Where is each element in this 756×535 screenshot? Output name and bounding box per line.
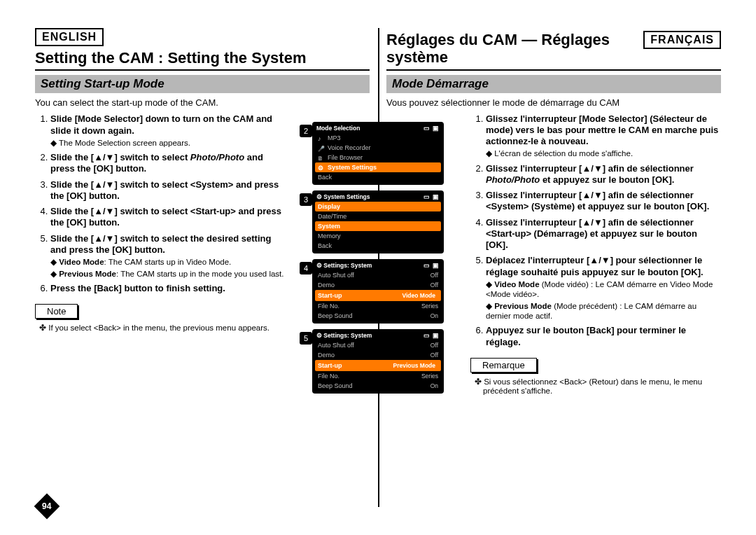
battery-icon: ▭ ▣ xyxy=(424,262,440,269)
step-text: Slide the [] switch to select Photo/Phot… xyxy=(50,152,263,174)
menu-row: Voice Recorder xyxy=(315,143,441,153)
menu-value: Video Mode xyxy=(399,291,438,300)
step-text: Slide [Mode Selector] down to turn on th… xyxy=(50,113,272,135)
menu-label: Date/Time xyxy=(318,213,346,220)
menu-label: Demo xyxy=(318,352,335,359)
screenshot-header: Mode Selection▭ ▣ xyxy=(315,125,441,133)
screenshot-number-badge: 5 xyxy=(300,332,312,345)
intro-right: Vous pouvez sélectionner le mode de déma… xyxy=(386,97,721,108)
mic-icon xyxy=(318,145,324,151)
menu-row: Beep SoundOn xyxy=(315,381,441,391)
screenshot-header: ⚙ Settings: System▭ ▣ xyxy=(315,332,441,340)
menu-label: Back xyxy=(318,242,332,249)
device-screenshot: 5⚙ Settings: System▭ ▣Auto Shut offOffDe… xyxy=(312,329,444,394)
arrow-icon xyxy=(94,206,114,216)
menu-row: Date/Time xyxy=(315,211,441,221)
menu-row: DemoOff xyxy=(315,350,441,360)
step-text: Glissez l'interrupteur [] afin de sélect… xyxy=(486,217,697,251)
step: Slide the [] switch to select the desire… xyxy=(50,233,286,279)
title-left: Setting the CAM : Setting the System xyxy=(35,49,370,67)
step-text: Glissez l'interrupteur [Mode Selector] (… xyxy=(486,113,718,147)
step: Glissez l'interrupteur [Mode Selector] (… xyxy=(486,113,721,159)
menu-label: System Settings xyxy=(328,164,377,171)
step: Glissez l'interrupteur [] afin de sélect… xyxy=(486,217,721,251)
device-screenshot: 2Mode Selection▭ ▣MP3Voice RecorderFile … xyxy=(312,122,444,185)
menu-row: Back xyxy=(315,241,441,251)
screenshot-title: Mode Selection xyxy=(316,125,360,132)
sub-note: Video Mode (Mode vidéo) : Le CAM démarre… xyxy=(486,280,713,298)
step-text: Appuyez sur le bouton [Back] pour termin… xyxy=(486,325,686,347)
arrow-icon xyxy=(94,179,114,190)
screenshot-number-badge: 3 xyxy=(300,193,312,206)
device-screenshot: 4⚙ Settings: System▭ ▣Auto Shut offOffDe… xyxy=(312,259,444,324)
menu-row: Start-upVideo Mode xyxy=(315,290,441,301)
menu-row: File No.Series xyxy=(315,371,441,381)
step-text: Slide the [] switch to select the desire… xyxy=(50,233,271,255)
screenshot-title: ⚙ Settings: System xyxy=(316,332,372,339)
section-bar-left: Setting Start-up Mode xyxy=(35,75,370,93)
page-number: 94 xyxy=(34,494,60,520)
device-screenshot: 3⚙ System Settings▭ ▣DisplayDate/TimeSys… xyxy=(312,190,444,253)
menu-label: File Browser xyxy=(328,154,363,161)
screenshot-title: ⚙ System Settings xyxy=(316,193,370,200)
sub-note: The Mode Selection screen appears. xyxy=(50,139,190,147)
menu-label: Back xyxy=(318,174,332,181)
sub-note: Previous Mode (Mode précédent) : Le CAM … xyxy=(486,302,696,320)
menu-row: MP3 xyxy=(315,133,441,143)
arrow-icon xyxy=(582,163,602,174)
menu-row: Auto Shut offOff xyxy=(315,270,441,280)
menu-label: System xyxy=(318,223,340,230)
menu-value: Off xyxy=(430,342,438,349)
step-text: Slide the [] switch to select <System> a… xyxy=(50,179,279,201)
arrow-icon xyxy=(582,217,602,228)
menu-row: Start-upPrevious Mode xyxy=(315,360,441,371)
menu-value: Previous Mode xyxy=(391,361,438,370)
menu-label: Auto Shut off xyxy=(318,342,354,349)
menu-value: On xyxy=(430,382,438,389)
language-tag-french: FRANÇAIS xyxy=(643,31,721,49)
note-box: Remarque xyxy=(470,358,537,373)
gear-icon xyxy=(318,165,324,171)
menu-row: Back xyxy=(315,172,441,182)
steps-right: Glissez l'interrupteur [Mode Selector] (… xyxy=(470,113,721,348)
step: Déplacez l'interrupteur [] pour sélectio… xyxy=(486,255,721,321)
note-text: Si vous sélectionnez <Back> (Retour) dan… xyxy=(483,377,721,395)
battery-icon: ▭ ▣ xyxy=(424,193,440,200)
note-icon xyxy=(318,135,324,141)
sub-note: Video Mode: The CAM starts up in Video M… xyxy=(50,258,231,266)
step: Slide the [] switch to select <Start-up>… xyxy=(50,206,286,229)
step-text: Press the [Back] button to finish settin… xyxy=(50,283,225,293)
battery-icon: ▭ ▣ xyxy=(424,125,440,132)
title-rule xyxy=(386,69,721,71)
step: Appuyez sur le bouton [Back] pour termin… xyxy=(486,325,721,348)
screenshots-column: 2Mode Selection▭ ▣MP3Voice RecorderFile … xyxy=(312,122,444,399)
menu-label: Voice Recorder xyxy=(328,144,371,151)
screenshot-header: ⚙ Settings: System▭ ▣ xyxy=(315,262,441,270)
arrow-icon xyxy=(582,190,602,200)
menu-row: System Settings xyxy=(315,162,441,172)
menu-value: Off xyxy=(430,282,438,289)
arrow-icon xyxy=(94,152,114,162)
menu-label: Display xyxy=(318,203,340,210)
menu-value: Off xyxy=(430,352,438,359)
step: Slide the [] switch to select <System> a… xyxy=(50,179,286,202)
title-rule xyxy=(35,69,370,71)
battery-icon: ▭ ▣ xyxy=(424,332,440,339)
menu-row: Beep SoundOn xyxy=(315,311,441,321)
menu-label: File No. xyxy=(318,373,340,380)
menu-value: On xyxy=(430,312,438,319)
step-text: Glissez l'interrupteur [] afin de sélect… xyxy=(486,190,709,211)
menu-row: DemoOff xyxy=(315,280,441,290)
menu-row: Display xyxy=(315,202,441,211)
menu-row: System xyxy=(315,221,441,231)
arrow-icon xyxy=(589,255,610,265)
menu-label: Start-up xyxy=(318,292,342,299)
step: Glissez l'interrupteur [] afin de sélect… xyxy=(486,163,721,186)
menu-label: Memory xyxy=(318,232,341,239)
menu-row: File No.Series xyxy=(315,301,441,311)
section-bar-right: Mode Démarrage xyxy=(386,75,721,93)
manual-page: ENGLISH Setting the CAM : Setting the Sy… xyxy=(0,0,756,535)
menu-row: Auto Shut offOff xyxy=(315,340,441,350)
step: Press the [Back] button to finish settin… xyxy=(50,283,286,294)
menu-value: Series xyxy=(421,303,438,310)
